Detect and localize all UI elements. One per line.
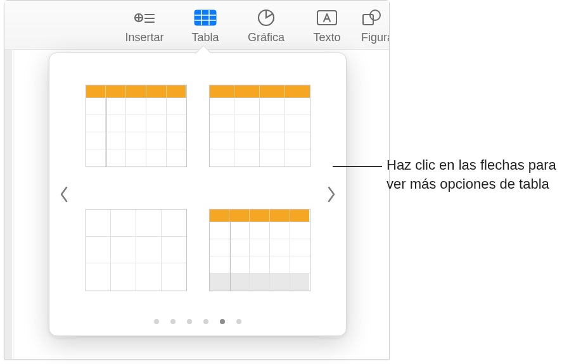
app-window: Insertar Tabla Gráfica xyxy=(4,0,390,360)
page-dot[interactable] xyxy=(170,319,176,324)
toolbar-insert-button[interactable]: Insertar xyxy=(114,4,175,44)
table-style-option[interactable] xyxy=(209,209,310,291)
svg-rect-12 xyxy=(317,11,336,25)
callout-text: Haz clic en las flechas para ver más opc… xyxy=(387,156,577,193)
previous-page-button[interactable] xyxy=(52,175,76,213)
toolbar-label: Tabla xyxy=(191,31,219,44)
next-page-button[interactable] xyxy=(319,175,343,213)
shape-icon xyxy=(361,7,381,28)
toolbar-text-button[interactable]: Texto xyxy=(297,4,357,44)
table-styles-grid xyxy=(85,75,310,301)
text-icon xyxy=(316,7,338,28)
callout-line xyxy=(333,166,382,167)
insert-icon xyxy=(134,7,155,28)
toolbar-label: Texto xyxy=(313,31,340,44)
toolbar-label: Insertar xyxy=(125,31,163,44)
toolbar-label: Figura xyxy=(361,31,389,44)
page-dot[interactable] xyxy=(154,319,159,324)
page-dot[interactable] xyxy=(203,319,208,324)
page-dot[interactable] xyxy=(220,319,225,324)
page-dot[interactable] xyxy=(187,319,192,324)
table-style-option[interactable] xyxy=(209,85,310,167)
toolbar: Insertar Tabla Gráfica xyxy=(4,1,389,50)
toolbar-shape-button[interactable]: Figura xyxy=(357,4,389,44)
svg-rect-6 xyxy=(195,10,216,25)
table-style-option[interactable] xyxy=(86,209,187,291)
chevron-left-icon xyxy=(61,187,67,201)
toolbar-chart-button[interactable]: Gráfica xyxy=(236,4,297,44)
toolbar-label: Gráfica xyxy=(248,31,284,44)
page-indicator xyxy=(49,319,346,324)
table-icon xyxy=(193,7,217,28)
table-styles-popover xyxy=(49,53,347,336)
chevron-right-icon xyxy=(329,187,334,201)
page-dot[interactable] xyxy=(236,319,241,324)
toolbar-table-button[interactable]: Tabla xyxy=(175,4,236,44)
chart-icon xyxy=(257,7,276,28)
popover-arrow xyxy=(195,46,210,54)
table-style-option[interactable] xyxy=(86,85,187,167)
